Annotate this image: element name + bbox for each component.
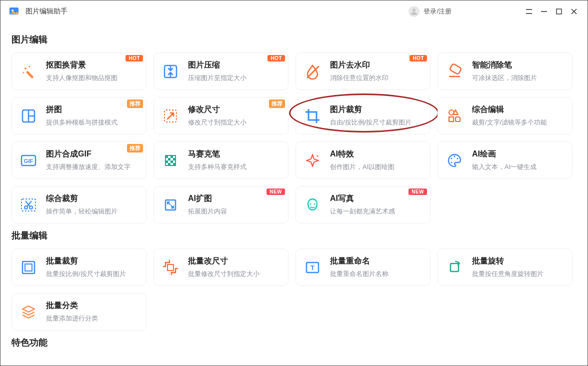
card-desc: 输入文本，AI一键生成 xyxy=(472,162,536,172)
card-desc: 创作图片，AI以图绘图 xyxy=(330,162,394,172)
card-grid: 抠图换背景支持人像抠图和物品抠图HOT图片压缩压缩图片至指定大小HOT图片去水印… xyxy=(12,52,576,224)
card-desc: 支持调整播放速度、添加文字 xyxy=(46,162,130,172)
feature-card[interactable]: 图片裁剪自由/按比例/按尺寸裁剪图片 xyxy=(296,97,430,134)
app-logo-icon xyxy=(8,6,20,18)
crop-icon xyxy=(302,106,323,126)
card-desc: 批量按任意角度旋转图片 xyxy=(472,270,544,278)
card-title: AI写真 xyxy=(330,194,395,204)
feature-card[interactable]: 修改尺寸修改尺寸到指定大小推荐 xyxy=(154,97,288,134)
card-title: 批量重命名 xyxy=(330,256,388,266)
svg-rect-6 xyxy=(556,9,562,14)
card-desc: 批量添加进行分类 xyxy=(46,314,98,323)
eraser-icon xyxy=(444,61,465,82)
feature-card[interactable]: 批量改尺寸批量修改尺寸到指定大小 xyxy=(154,248,288,286)
main-content: 图片编辑抠图换背景支持人像抠图和物品抠图HOT图片压缩压缩图片至指定大小HOT图… xyxy=(0,22,588,348)
card-title: AI特效 xyxy=(330,149,394,160)
card-title: 拼图 xyxy=(46,104,118,115)
card-title: 批量分类 xyxy=(46,300,98,311)
shapes-icon xyxy=(444,106,465,126)
login-link[interactable]: 登录/注册 xyxy=(424,7,452,16)
expand-icon xyxy=(160,194,181,216)
card-badge: NEW xyxy=(408,188,427,195)
feature-card[interactable]: 综合编辑裁剪/文字/滤镜等多个功能 xyxy=(438,97,572,134)
card-desc: 可涂抹选区，消除图片 xyxy=(472,74,537,82)
mosaic-icon xyxy=(160,150,181,171)
card-badge: 推荐 xyxy=(127,144,143,152)
card-desc: 批量按比例/按尺寸裁剪图片 xyxy=(46,270,126,278)
card-desc: 消除任意位置的水印 xyxy=(330,74,388,82)
maximize-button[interactable] xyxy=(552,4,566,19)
card-desc: 提供多种模板与拼接模式 xyxy=(46,118,118,127)
card-title: AI扩图 xyxy=(188,194,227,204)
card-title: 修改尺寸 xyxy=(188,104,246,115)
feature-card[interactable]: 图片压缩压缩图片至指定大小HOT xyxy=(154,52,288,90)
card-badge: HOT xyxy=(410,55,427,62)
section-title: 批量编辑 xyxy=(12,230,576,242)
feature-card[interactable]: 综合裁剪操作简单，轻松编辑图片 xyxy=(12,186,146,224)
card-title: 抠图换背景 xyxy=(46,60,118,70)
svg-point-2 xyxy=(412,8,416,12)
card-title: 批量改尺寸 xyxy=(188,256,260,266)
card-desc: 支持人像抠图和物品抠图 xyxy=(46,74,118,82)
section-title: 图片编辑 xyxy=(12,34,576,46)
card-desc: 批量修改尺寸到指定大小 xyxy=(188,270,260,278)
scissors-icon xyxy=(18,194,39,216)
batch-crop-icon xyxy=(18,257,39,278)
card-title: 批量裁剪 xyxy=(46,256,126,266)
card-desc: 让每一刻都充满艺术感 xyxy=(330,207,395,216)
no-drop-icon xyxy=(302,61,323,82)
card-title: 图片压缩 xyxy=(188,60,246,70)
card-badge: HOT xyxy=(126,55,143,62)
rotate-icon xyxy=(444,257,465,278)
portrait-icon xyxy=(302,194,323,216)
resize-icon xyxy=(160,106,181,126)
gif-icon xyxy=(18,150,39,171)
rename-icon xyxy=(302,257,323,278)
palette-icon xyxy=(444,150,465,171)
feature-card[interactable]: 批量裁剪批量按比例/按尺寸裁剪图片 xyxy=(12,248,146,286)
magic-wand-icon xyxy=(18,61,39,82)
stack-icon xyxy=(18,302,39,322)
feature-card[interactable]: 图片合成GIF支持调整播放速度、添加文字推荐 xyxy=(12,142,146,179)
card-desc: 支持多种马赛克样式 xyxy=(188,162,246,172)
feature-card[interactable]: 拼图提供多种模板与拼接模式推荐 xyxy=(12,97,146,134)
close-button[interactable] xyxy=(566,4,582,19)
card-title: 图片去水印 xyxy=(330,60,388,70)
feature-card[interactable]: AI写真让每一刻都充满艺术感NEW xyxy=(296,186,430,224)
card-title: 图片裁剪 xyxy=(330,104,412,115)
card-badge: HOT xyxy=(268,55,285,62)
card-badge: 推荐 xyxy=(127,100,143,108)
svg-point-1 xyxy=(12,10,14,12)
card-desc: 操作简单，轻松编辑图片 xyxy=(46,207,118,216)
batch-resize-icon xyxy=(160,257,181,278)
feature-card[interactable]: 批量重命名批量重命名图片名称 xyxy=(296,248,430,286)
section-title: 特色功能 xyxy=(12,336,576,348)
card-grid: 批量裁剪批量按比例/按尺寸裁剪图片批量改尺寸批量修改尺寸到指定大小批量重命名批量… xyxy=(12,248,576,330)
feature-card[interactable]: AI扩图拓展图片内容NEW xyxy=(154,186,288,224)
feature-card[interactable]: 批量旋转批量按任意角度旋转图片 xyxy=(438,248,572,286)
feature-card[interactable]: 图片去水印消除任意位置的水印HOT xyxy=(296,52,430,90)
feature-card[interactable]: 批量分类批量添加进行分类 xyxy=(12,293,146,330)
card-badge: 推荐 xyxy=(269,100,285,108)
menu-button[interactable] xyxy=(522,4,536,19)
card-title: 综合裁剪 xyxy=(46,194,118,204)
app-title: 图片编辑助手 xyxy=(26,7,68,16)
sparkle-icon xyxy=(302,150,323,171)
avatar-icon[interactable] xyxy=(408,6,420,17)
feature-card[interactable]: 抠图换背景支持人像抠图和物品抠图HOT xyxy=(12,52,146,90)
card-desc: 修改尺寸到指定大小 xyxy=(188,118,246,127)
feature-card[interactable]: 马赛克笔支持多种马赛克样式 xyxy=(154,142,288,179)
feature-card[interactable]: AI绘画输入文本，AI一键生成 xyxy=(438,142,572,179)
minimize-button[interactable] xyxy=(536,4,552,19)
card-desc: 批量重命名图片名称 xyxy=(330,270,388,278)
feature-card[interactable]: 智能消除笔可涂抹选区，消除图片 xyxy=(438,52,572,90)
feature-card[interactable]: AI特效创作图片，AI以图绘图 xyxy=(296,142,430,179)
card-badge: NEW xyxy=(266,188,285,195)
card-title: 综合编辑 xyxy=(472,104,547,115)
card-title: 智能消除笔 xyxy=(472,60,537,70)
card-title: 批量旋转 xyxy=(472,256,544,266)
card-title: AI绘画 xyxy=(472,149,536,160)
card-desc: 裁剪/文字/滤镜等多个功能 xyxy=(472,118,547,127)
card-title: 马赛克笔 xyxy=(188,149,246,160)
card-desc: 自由/按比例/按尺寸裁剪图片 xyxy=(330,118,412,127)
